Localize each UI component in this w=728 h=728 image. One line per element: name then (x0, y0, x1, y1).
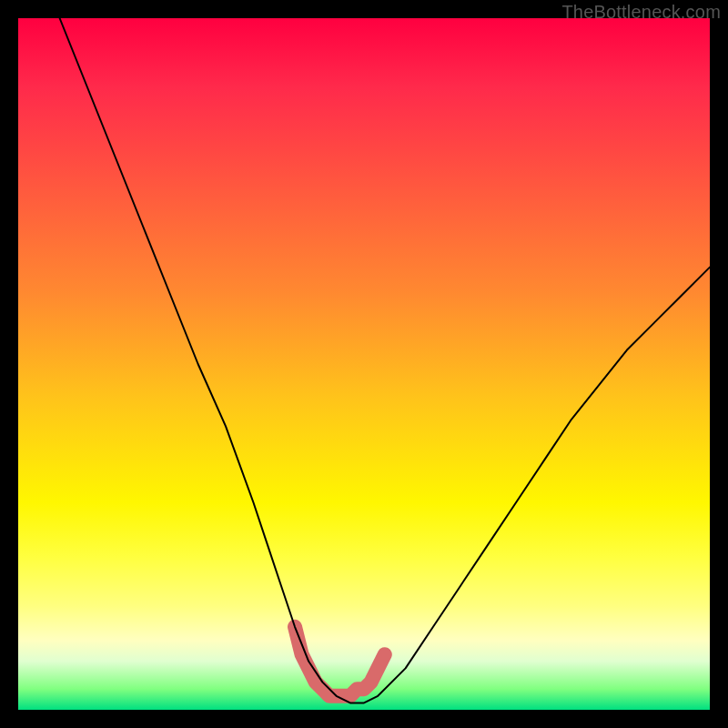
chart-svg (18, 18, 710, 710)
plot-area (18, 18, 710, 710)
watermark-text: TheBottleneck.com (561, 2, 721, 23)
bottleneck-curve-path (60, 18, 710, 703)
chart-frame: TheBottleneck.com (0, 0, 728, 728)
bottleneck-curve-line (60, 18, 710, 703)
